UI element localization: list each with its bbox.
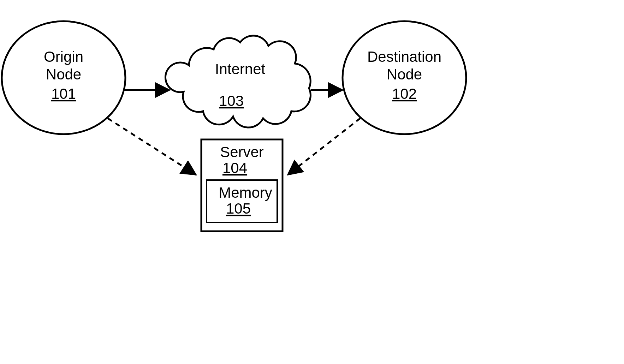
destination-node-ref: 102 bbox=[392, 85, 417, 102]
internet-cloud: Internet 103 bbox=[165, 36, 310, 127]
internet-ref: 103 bbox=[219, 93, 244, 109]
memory-box: Memory 105 bbox=[207, 180, 277, 222]
memory-ref: 105 bbox=[226, 200, 251, 217]
destination-node: Destination Node 102 bbox=[343, 21, 466, 134]
edge-destination-to-server bbox=[288, 118, 360, 175]
origin-node-label-line1: Origin bbox=[44, 48, 83, 65]
edge-origin-to-server bbox=[108, 118, 196, 175]
origin-node-ref: 101 bbox=[51, 85, 76, 102]
origin-node: Origin Node 101 bbox=[2, 21, 125, 134]
memory-label: Memory bbox=[219, 184, 272, 201]
internet-label: Internet bbox=[215, 61, 266, 77]
destination-node-label-line1: Destination bbox=[367, 48, 441, 65]
origin-node-label-line2: Node bbox=[46, 66, 81, 83]
server-box: Server 104 Memory 105 bbox=[201, 139, 283, 231]
server-label: Server bbox=[220, 144, 264, 160]
cloud-icon bbox=[165, 36, 310, 127]
destination-node-label-line2: Node bbox=[387, 66, 422, 83]
server-ref: 104 bbox=[222, 160, 247, 176]
network-diagram: Origin Node 101 Destination Node 102 Int… bbox=[0, 0, 624, 364]
